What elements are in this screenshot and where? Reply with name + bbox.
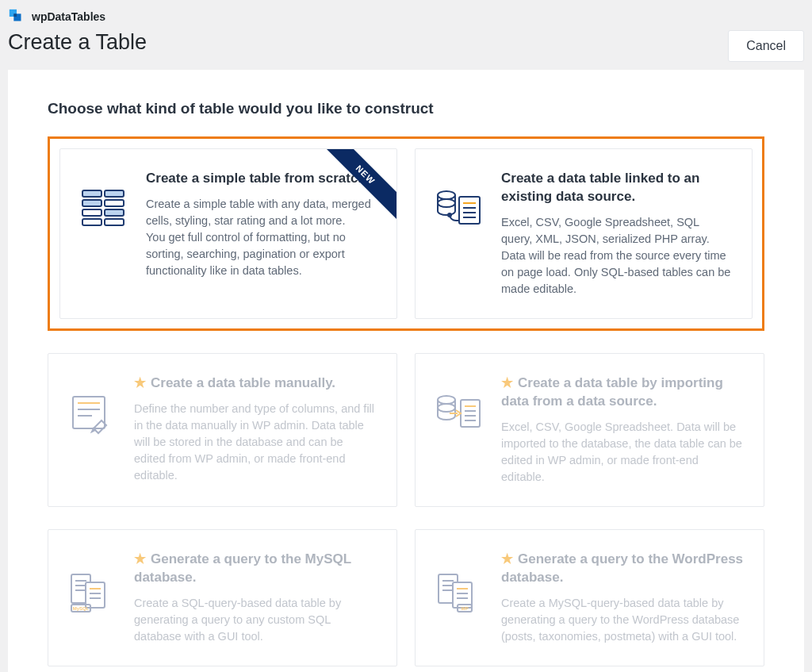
brand-name: wpDataTables: [32, 10, 105, 23]
card-body: Create a data table linked to an existin…: [501, 170, 733, 298]
svg-rect-13: [459, 197, 480, 224]
card-title: ★Generate a query to the MySQL database.: [134, 551, 377, 587]
import-icon: [435, 374, 484, 435]
card-import[interactable]: ★Create a data table by importing data f…: [415, 353, 764, 507]
card-title: Create a data table linked to an existin…: [501, 170, 733, 206]
svg-point-24: [438, 404, 455, 412]
svg-rect-7: [82, 209, 102, 216]
simple-table-icon: [79, 170, 128, 228]
constructor-panel: Choose what kind of table would you like…: [8, 70, 804, 672]
star-icon: ★: [134, 375, 146, 390]
cards-row-3: MySQL ★Generate a query to the MySQL dat…: [48, 529, 764, 666]
wp-query-icon: WP: [435, 551, 484, 614]
panel-heading: Choose what kind of table would you like…: [48, 100, 764, 117]
card-body: ★Create a data table by importing data f…: [501, 374, 745, 486]
card-mysql-query[interactable]: MySQL ★Generate a query to the MySQL dat…: [48, 529, 397, 666]
svg-rect-6: [105, 200, 124, 206]
card-title: ★Create a data table manually.: [134, 374, 377, 393]
page-title: Create a Table: [8, 30, 147, 55]
page-header: Create a Table Cancel: [0, 30, 812, 70]
linked-source-icon: [435, 170, 484, 230]
card-desc: Excel, CSV, Google Spreadsheet, SQL quer…: [501, 214, 733, 298]
card-linked-source[interactable]: Create a data table linked to an existin…: [415, 148, 753, 319]
card-title: ★Generate a query to the WordPress datab…: [501, 551, 745, 587]
card-body: ★Generate a query to the WordPress datab…: [501, 551, 745, 645]
svg-text:WP: WP: [461, 606, 469, 611]
svg-rect-3: [82, 190, 102, 197]
svg-rect-2: [13, 13, 17, 17]
svg-rect-8: [105, 209, 124, 216]
manual-table-icon: [67, 374, 117, 435]
card-body: ★Create a data table manually. Define th…: [134, 374, 377, 484]
cancel-button[interactable]: Cancel: [728, 30, 804, 62]
svg-rect-9: [82, 219, 102, 225]
star-icon: ★: [501, 375, 513, 390]
svg-rect-5: [82, 200, 102, 206]
brand-logo-icon: [8, 8, 25, 25]
cards-row-2: ★Create a data table manually. Define th…: [48, 353, 764, 507]
svg-text:MySQL: MySQL: [73, 606, 90, 611]
mysql-query-icon: MySQL: [67, 551, 117, 614]
svg-rect-4: [105, 190, 124, 197]
card-desc: Create a MySQL-query-based data table by…: [501, 595, 745, 645]
card-title: Create a simple table from scratch.: [146, 170, 377, 188]
svg-point-11: [438, 191, 455, 199]
card-wp-query[interactable]: WP ★Generate a query to the WordPress da…: [415, 529, 764, 666]
card-body: Create a simple table from scratch. Crea…: [146, 170, 377, 279]
svg-point-23: [438, 396, 455, 404]
card-desc: Excel, CSV, Google Spreadsheet. Data wil…: [501, 419, 745, 486]
card-desc: Create a SQL-query-based data table by g…: [134, 595, 377, 645]
svg-rect-19: [73, 397, 105, 428]
brand-bar: wpDataTables: [0, 0, 812, 30]
card-manual[interactable]: ★Create a data table manually. Define th…: [48, 353, 397, 507]
highlighted-cards-row: NEW Create a simple: [48, 136, 764, 331]
card-body: ★Generate a query to the MySQL database.…: [134, 551, 377, 645]
svg-point-12: [438, 199, 455, 207]
svg-rect-10: [105, 219, 124, 225]
svg-rect-25: [461, 400, 480, 427]
card-desc: Define the number and type of columns, a…: [134, 401, 377, 484]
card-desc: Create a simple table with any data, mer…: [146, 196, 377, 279]
card-title: ★Create a data table by importing data f…: [501, 374, 745, 411]
svg-point-18: [448, 213, 451, 217]
card-create-simple[interactable]: NEW Create a simple: [59, 148, 397, 319]
star-icon: ★: [134, 551, 146, 566]
star-icon: ★: [501, 551, 513, 566]
